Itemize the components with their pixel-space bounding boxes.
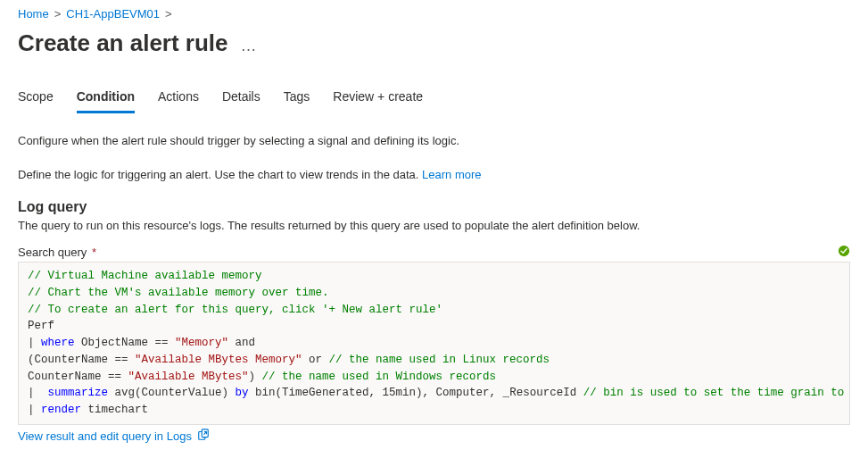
desc2-text: Define the logic for triggering an alert…	[18, 168, 422, 181]
tab-scope[interactable]: Scope	[18, 84, 54, 113]
tab-tags[interactable]: Tags	[284, 84, 310, 113]
external-link-icon	[197, 429, 210, 444]
more-actions-button[interactable]: …	[241, 31, 258, 55]
search-query-editor[interactable]: // Virtual Machine available memory // C…	[18, 262, 850, 425]
tab-review[interactable]: Review + create	[333, 84, 423, 113]
tabs: Scope Condition Actions Details Tags Rev…	[18, 84, 850, 114]
breadcrumb-resource[interactable]: CH1-AppBEVM01	[66, 7, 160, 21]
search-query-label: Search query	[18, 246, 87, 259]
tab-actions[interactable]: Actions	[158, 84, 199, 113]
svg-point-0	[839, 246, 849, 256]
page-title-row: Create an alert rule …	[18, 29, 850, 57]
breadcrumb-separator: >	[165, 7, 172, 21]
condition-description: Configure when the alert rule should tri…	[18, 132, 850, 150]
breadcrumb: Home > CH1-AppBEVM01 >	[18, 7, 850, 21]
tab-condition[interactable]: Condition	[77, 84, 135, 113]
log-query-heading: Log query	[18, 199, 850, 215]
search-query-label-row: Search query *	[18, 245, 850, 260]
required-indicator: *	[92, 246, 96, 259]
condition-description-2: Define the logic for triggering an alert…	[18, 166, 850, 184]
validation-success-icon	[838, 245, 850, 260]
page-title: Create an alert rule	[18, 29, 228, 57]
tab-details[interactable]: Details	[222, 84, 260, 113]
learn-more-link[interactable]: Learn more	[422, 168, 481, 181]
log-query-subtext: The query to run on this resource's logs…	[18, 219, 850, 232]
breadcrumb-separator: >	[54, 7, 62, 21]
view-result-link[interactable]: View result and edit query in Logs	[18, 429, 210, 444]
view-result-link-text: View result and edit query in Logs	[18, 429, 192, 443]
breadcrumb-home[interactable]: Home	[18, 7, 49, 21]
